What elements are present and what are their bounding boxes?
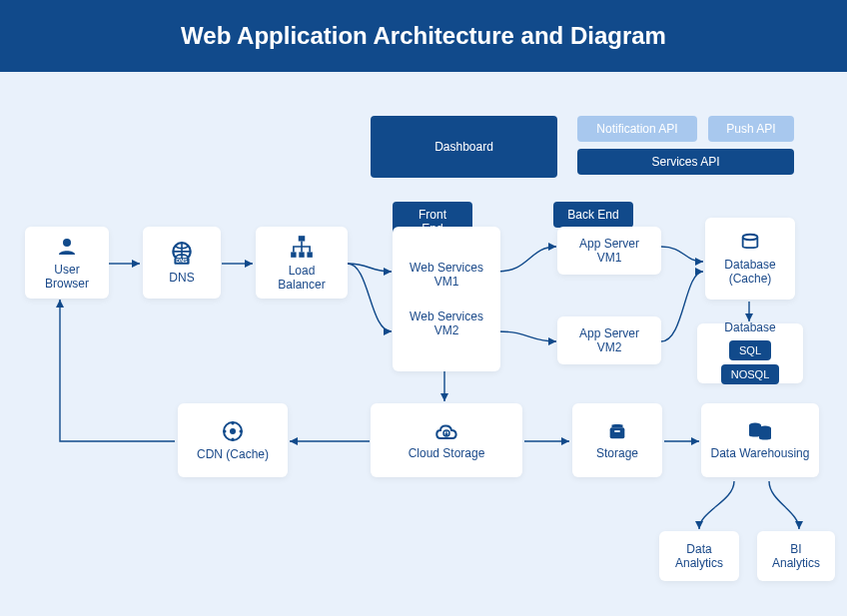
node-label: Database — [724, 320, 775, 334]
node-app-server-vm2: App Server VM2 — [557, 316, 661, 364]
node-cdn: CDN (Cache) — [178, 403, 288, 477]
badge-push-api: Push API — [708, 116, 794, 142]
node-data-warehousing: Data Warehousing — [701, 403, 819, 477]
node-label: Load Balancer — [264, 264, 340, 292]
database-icon — [739, 232, 761, 254]
node-storage: Storage — [572, 403, 662, 477]
chip-nosql: NOSQL — [721, 364, 780, 384]
page-title: Web Application Architecture and Diagram — [0, 0, 847, 72]
diagram-canvas: Dashboard Notification API Push API Serv… — [0, 72, 847, 616]
node-label: Data Warehousing — [711, 446, 810, 460]
node-bi-analytics: BI Analytics — [757, 531, 835, 581]
svg-rect-6 — [299, 252, 304, 257]
svg-point-14 — [224, 430, 227, 433]
badge-notification-api: Notification API — [577, 116, 697, 142]
node-label: App Server VM2 — [565, 326, 653, 354]
badge-dashboard: Dashboard — [371, 116, 557, 178]
node-user-browser: User Browser — [25, 227, 109, 299]
warehouse-icon — [747, 420, 773, 442]
node-label: Web Services VM1 — [401, 261, 492, 289]
svg-point-12 — [240, 430, 243, 433]
network-icon — [289, 234, 315, 260]
svg-point-13 — [232, 438, 235, 441]
node-app-server-vm1: App Server VM1 — [557, 227, 661, 275]
node-label: User Browser — [33, 263, 101, 291]
chip-sql: SQL — [729, 340, 771, 360]
node-frontend-group: Web Services VM1 Web Services VM2 — [393, 227, 500, 371]
user-icon — [55, 235, 79, 259]
node-label: BI Analytics — [765, 542, 827, 570]
globe-icon: DNS — [169, 241, 195, 267]
node-data-analytics: Data Analytics — [659, 531, 739, 581]
node-label: DNS — [169, 271, 194, 285]
node-cloud-storage: Cloud Storage — [371, 403, 522, 477]
node-dns: DNS DNS — [143, 227, 221, 299]
node-label: Cloud Storage — [409, 446, 485, 460]
svg-rect-5 — [291, 252, 296, 257]
node-label: Storage — [596, 446, 638, 460]
node-label: Web Services VM2 — [401, 309, 492, 337]
badge-services-api: Services API — [577, 149, 794, 175]
svg-rect-17 — [614, 430, 620, 432]
cdn-icon — [221, 419, 245, 443]
node-label: Database (Cache) — [713, 258, 787, 286]
svg-rect-7 — [307, 252, 312, 257]
node-database: Database SQL NOSQL — [697, 323, 803, 383]
svg-point-8 — [743, 235, 758, 241]
svg-point-0 — [63, 239, 71, 247]
node-label: Data Analytics — [667, 542, 731, 570]
db-chips: SQL NOSQL — [705, 338, 795, 386]
svg-point-10 — [230, 428, 236, 434]
node-label: App Server VM1 — [565, 237, 653, 265]
svg-rect-4 — [299, 236, 306, 241]
svg-point-11 — [232, 422, 235, 425]
storage-icon — [606, 420, 628, 442]
badge-back-end: Back End — [553, 202, 633, 228]
node-load-balancer: Load Balancer — [256, 227, 348, 299]
node-database-cache: Database (Cache) — [705, 218, 795, 300]
cloud-icon — [432, 420, 460, 442]
node-label: CDN (Cache) — [197, 447, 269, 461]
svg-text:DNS: DNS — [176, 258, 188, 264]
svg-rect-16 — [610, 427, 625, 438]
